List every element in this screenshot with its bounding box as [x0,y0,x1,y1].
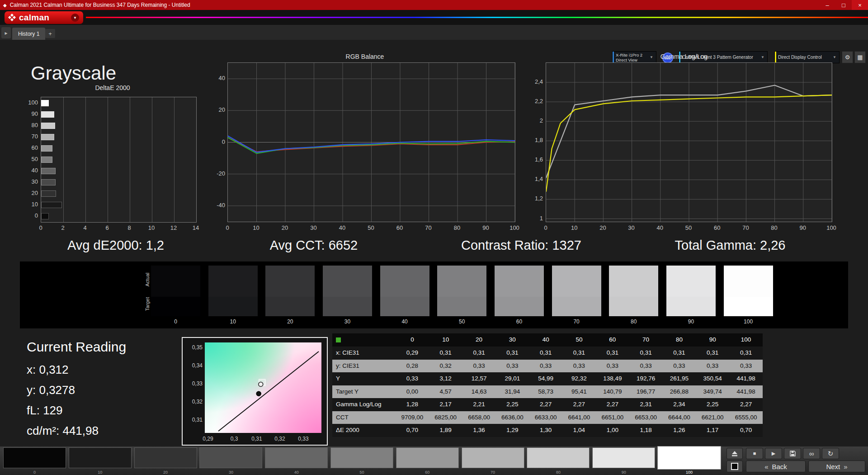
pattern-window-button[interactable] [726,461,743,472]
table-cell: 138,49 [596,372,629,385]
axis-tick-label: 20 [599,224,606,231]
meter-select-button[interactable]: X-Rite i1Pro 2 Direct View ▼ [612,51,656,63]
current-reading-title: Current Reading [27,339,126,355]
swatch-actual [495,266,544,297]
table-row-5: Gamma Log/Log1,282,172,212,252,272,272,2… [332,398,763,411]
reading-y: y: 0,3278 [27,383,75,397]
play-button[interactable]: ▶ [765,448,782,459]
swatch-level-label: 0 [174,318,177,325]
axis-tick-label: 0 [17,213,38,219]
pattern-patch-90[interactable] [592,447,655,468]
table-cell: 192,76 [629,372,663,385]
table-cell: 1,30 [529,424,562,437]
axis-tick-label: 30 [17,179,38,185]
back-button[interactable]: « Back [746,461,806,472]
tab-history-1[interactable]: History 1 [12,28,45,40]
next-button[interactable]: Next » [808,461,865,472]
logo-menu-caret-icon[interactable]: ▼ [71,14,79,22]
row-label-cell: y: CIE31 [332,360,396,373]
axis-tick-label: 1,4 [523,176,543,182]
table-cell: 6633,00 [529,411,562,424]
table-cell: 0,31 [696,347,729,360]
floppy-icon [790,451,796,456]
pattern-patch-10[interactable] [69,447,132,468]
swatch-actual [265,266,315,297]
add-tab-button[interactable]: + [45,29,55,38]
table-cell: 0,70 [396,424,429,437]
axis-tick-label: 80 [454,224,460,231]
deltae-bar-10 [41,202,62,208]
settings-gear-button[interactable]: ⚙ [842,51,853,63]
swatch-target [666,297,716,316]
axis-tick-label: 1 [523,215,543,222]
axis-tick-label: 10 [571,224,577,231]
pattern-patch-label: 30 [229,470,233,475]
minimize-button[interactable]: – [819,0,835,10]
axis-tick-label: 0,32 [186,399,203,405]
table-cell: 14,63 [462,385,496,399]
chevron-down-icon: ▼ [830,55,839,59]
axis-tick-label: 60 [396,224,403,231]
close-button[interactable]: × [852,0,868,10]
chevron-down-icon: ▼ [758,55,767,59]
table-cell: 2,34 [663,398,696,411]
eject-button[interactable] [726,448,743,459]
table-cell: 6825,00 [429,411,462,424]
reading-x: x: 0,312 [27,363,69,377]
panel-toggle-button[interactable]: ▸ [1,27,11,38]
repeat-button[interactable]: ↻ [822,448,839,459]
pattern-patch-70[interactable] [462,447,524,468]
swatch-target [323,297,372,316]
display-control-select-button[interactable]: Direct Display Control ▼ [774,51,840,63]
axis-tick-label: 6 [105,224,108,231]
cie-chart: 0,350,340,330,320,310,290,30,310,320,33 [182,337,328,446]
swatch-actual [380,266,429,297]
window-title: Calman 2021 Calman Ultimate for Business… [10,2,190,8]
axis-tick-label: 40 [657,224,663,231]
infinity-icon: ∞ [809,450,814,457]
pattern-patch-60[interactable] [396,447,459,468]
eject-icon [731,451,738,456]
table-corner-cell [332,333,396,347]
contrast-ratio-readout: Contrast Ratio: 1327 [461,238,581,253]
axis-tick-label: 30 [628,224,634,231]
meter-mode: Direct View [616,57,642,62]
axis-tick-label: 0,31 [251,436,262,442]
table-row-1: x: CIE310,290,310,310,310,310,310,310,31… [332,347,763,360]
pattern-patch-0[interactable] [3,447,66,468]
gamma-x-axis: 0102030405060708090100 [546,224,831,232]
axis-tick-label: 8 [127,224,131,231]
pattern-patch-30[interactable] [199,447,262,468]
deltae-x-axis: 02468101214 [41,224,196,232]
deltae-bar-80 [41,123,55,129]
swatch-target [151,297,200,316]
calman-logo-menu[interactable]: calman ▼ [5,11,83,24]
pattern-patch-50[interactable] [330,447,393,468]
pattern-patch-20[interactable] [134,447,197,468]
table-cell: 1,18 [629,424,663,437]
row-label-cell: Y [332,372,396,385]
table-cell: 1,26 [663,424,696,437]
swatch-actual [666,266,716,297]
maximize-button[interactable]: □ [835,0,852,10]
axis-tick-label: 1,8 [523,137,543,143]
grayscale-swatch-100 [724,266,773,316]
table-cell: 0,33 [462,360,496,373]
gamma-canvas [546,63,832,222]
table-header-cell: 80 [663,333,696,347]
rgb-y-axis: 40200-20-40 [203,62,225,221]
spectrum-gradient-bar [86,17,868,18]
continuous-measure-button[interactable]: ∞ [803,448,820,459]
gridline [85,97,86,222]
save-button[interactable] [784,448,801,459]
gridline [174,97,175,222]
workspace-layout-button[interactable]: ▦ [854,51,866,63]
table-header-cell: 60 [596,333,629,347]
tab-bar: ▸ History 1 + X-Rite i1Pro 2 Direct View… [0,25,868,40]
pattern-patch-100[interactable] [658,446,721,469]
table-cell: 2,27 [562,398,596,411]
stop-button[interactable]: ■ [746,448,763,459]
pattern-patch-40[interactable] [265,447,328,468]
grayscale-swatch-10 [208,266,258,316]
pattern-patch-80[interactable] [527,447,590,468]
